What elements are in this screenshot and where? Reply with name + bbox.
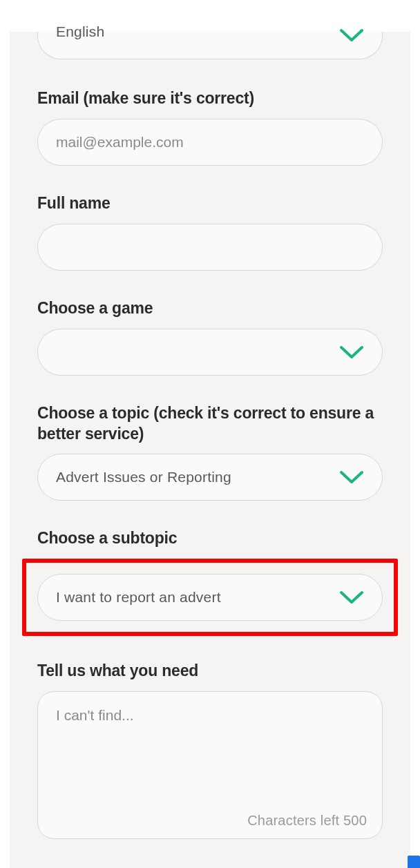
subtopic-label: Choose a subtopic <box>37 528 383 549</box>
chevron-down-icon <box>339 28 364 43</box>
email-label: Email (make sure it's correct) <box>37 88 383 109</box>
language-select[interactable]: English <box>37 32 383 59</box>
email-field-wrapper[interactable] <box>37 119 383 166</box>
message-box[interactable]: Characters left 500 <box>37 691 383 839</box>
topic-label: Choose a topic (check it's correct to en… <box>37 403 383 445</box>
message-textarea[interactable] <box>56 707 364 804</box>
subtopic-select[interactable]: I want to report an advert <box>37 574 383 621</box>
email-field[interactable] <box>56 134 364 151</box>
game-label: Choose a game <box>37 298 383 319</box>
fullname-field-wrapper[interactable] <box>37 224 383 271</box>
fullname-label: Full name <box>37 193 383 214</box>
message-label: Tell us what you need <box>37 661 383 682</box>
fullname-field[interactable] <box>56 239 364 255</box>
characters-left: Characters left 500 <box>247 813 367 829</box>
subtopic-select-value: I want to report an advert <box>56 589 334 606</box>
topic-select[interactable]: Advert Issues or Reporting <box>37 454 383 501</box>
chevron-down-icon <box>339 590 364 605</box>
chevron-down-icon <box>339 345 364 360</box>
corner-widget-icon <box>408 856 420 868</box>
chevron-down-icon <box>339 470 364 485</box>
subtopic-highlight: I want to report an advert <box>22 559 398 636</box>
topic-select-value: Advert Issues or Reporting <box>56 469 334 485</box>
game-select[interactable] <box>37 329 383 376</box>
